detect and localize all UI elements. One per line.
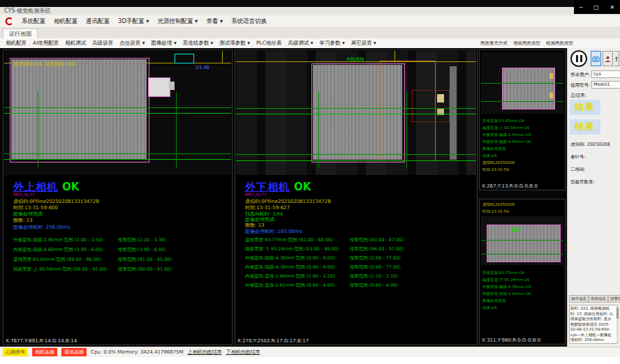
result-line-yellow: 时间:13-31-59 bbox=[482, 208, 515, 215]
heartbeat-status-badge: 心跳信号 bbox=[3, 348, 28, 356]
close-button[interactable]: ✕ bbox=[610, 4, 614, 10]
measurement-value: 内侧直线-隔膜:4.60mm 范围:(3.00 - 6.00) bbox=[13, 247, 103, 252]
menu-view[interactable]: 查看 ▾ bbox=[206, 17, 223, 26]
camera-capture-button[interactable] bbox=[591, 51, 601, 66]
alarm-range: 报警范围:(83.00 - 87.00) bbox=[350, 237, 404, 243]
menu-comm-config[interactable]: 通讯配置 bbox=[86, 17, 110, 26]
minimize-button[interactable]: ─ bbox=[580, 4, 583, 10]
result-line-yellow: 虚拟码:20250208 bbox=[482, 159, 531, 166]
left-camera-image[interactable]: 固定阈值:93, 动态阈值:100 23.46 bbox=[4, 51, 231, 175]
menu-system-config[interactable]: 系统配置 bbox=[22, 17, 45, 26]
tab-operation-info[interactable]: 操作信息 bbox=[569, 295, 589, 303]
tb-learn-params[interactable]: 学习参数 ▾ bbox=[320, 40, 345, 47]
measurement-row: 隔膜宽度-上:90.56mm 范围:(88.00 - 92.00) 报警范围:(… bbox=[13, 266, 230, 273]
mid-camera-image[interactable]: AI检测框 bbox=[236, 51, 476, 175]
measurement-value: 外侧直线-隔膜:4.38mm 范围:(0.00 - 9.00) bbox=[245, 255, 334, 261]
tab-alarm-info[interactable]: 报警信息 bbox=[608, 295, 620, 303]
small-bottom-image[interactable]: OK bbox=[481, 216, 563, 265]
toolbar: 相机配置 AI使用配置 相机调试 高级设置 点位设置 ▾ 图像处理 ▾ 基准线参… bbox=[0, 38, 620, 48]
total-result-box-2: 结果 bbox=[570, 119, 600, 135]
window-title: CYS-视觉检测系统 bbox=[4, 8, 50, 14]
small-top-camera-view[interactable]: 直线宽度:83.05mm OK 隔膜宽度-上:90.56mm OK 外侧直线-隔… bbox=[479, 50, 566, 190]
view-mode-label[interactable]: 画面显示方式 bbox=[480, 40, 508, 47]
bright-strip bbox=[450, 66, 457, 160]
titlebar[interactable]: CYS-视觉检测系统 bbox=[0, 7, 620, 15]
mes-id-line: MES_ID:?? bbox=[245, 192, 267, 197]
measurement-row: 隔膜宽度-下:95.24mm 范围:(93.00 - 98.00) 报警范围:(… bbox=[245, 246, 462, 252]
result-line: 图像处理完成 bbox=[482, 145, 531, 152]
mid-camera-view[interactable]: AI检测框 外下相机OK MES_ID:?? 虚拟码:0Ffline202502… bbox=[235, 50, 478, 345]
menu-camera-config[interactable]: 相机配置 bbox=[54, 17, 78, 26]
measurement-value: 隔膜宽度-上:90.56mm 范围:(88.00 - 92.00) bbox=[13, 266, 107, 272]
result-line: 结果:OK bbox=[482, 152, 531, 159]
pause-icon bbox=[580, 55, 582, 62]
small-top-image[interactable] bbox=[481, 52, 563, 114]
tb-image-processing[interactable]: 图像处理 ▾ bbox=[152, 40, 177, 47]
ai-box-label: AI检测框 bbox=[346, 56, 364, 63]
menu-light-config[interactable]: 光源控制配置 ▾ bbox=[157, 17, 198, 26]
virtual-barcode-value: 20250208 bbox=[587, 142, 610, 147]
menu-3d-config[interactable]: 3D手配置 ▾ bbox=[118, 17, 149, 26]
tb-advanced-debug[interactable]: 高级调试 ▾ bbox=[288, 40, 313, 47]
alarm-range: 报警范围:(2.00 - 77.00) bbox=[350, 255, 401, 261]
tab-run-screen[interactable]: 运行画面 bbox=[3, 29, 38, 38]
threshold-overlay-label: 固定阈值:93, 动态阈值:100 bbox=[14, 61, 75, 68]
result-line: 结果:OK bbox=[482, 304, 531, 311]
cursor-pixel-readout: X:7677;Y:891;R:14;G:14;B:14 bbox=[6, 338, 77, 344]
tb-camera-debug[interactable]: 相机调试 bbox=[65, 40, 86, 47]
bottom-margin bbox=[0, 357, 620, 364]
arrow-up-icon bbox=[614, 55, 619, 63]
tab-defect-info[interactable]: 瑕疵信息 bbox=[589, 295, 608, 303]
maximize-button[interactable]: □ bbox=[593, 4, 599, 10]
tb-baseline-params[interactable]: 基准线参数 ▾ bbox=[183, 40, 214, 47]
measurement-row: 外侧直线-直线:2.61mm 范围:(0.60 - 4.00) 报警范围:(0.… bbox=[245, 282, 462, 289]
tb-ai-config[interactable]: AI使用配置 bbox=[33, 40, 59, 47]
green-line bbox=[481, 240, 563, 241]
tb-camera-config[interactable]: 相机配置 bbox=[6, 40, 27, 47]
login-user-value[interactable]: cys bbox=[591, 70, 620, 78]
measurement-value: 内侧直线-隔膜:4.38mm 范围:(0.00 - 9.00) bbox=[245, 264, 334, 270]
log-scrollbar-thumb[interactable] bbox=[617, 308, 619, 319]
cpu-memory-readout: Cpu: 0.0% Memory: 3424.41796875M bbox=[91, 349, 184, 355]
user-button[interactable] bbox=[603, 51, 613, 66]
measurement-row: 外侧直线-隔膜:2.95mm 范围:(2.00 - 3.50) 报警范围:(2.… bbox=[13, 237, 230, 243]
detect-view-label[interactable]: 检测画面类型 bbox=[546, 40, 573, 47]
measurement-row: 直线宽度:83.77mm 范围:(82.00 - 88.00) 报警范围:(83… bbox=[245, 237, 462, 243]
measurement-row: 内侧直线-隔膜:4.38mm 范围:(0.00 - 9.00) 报警范围:(2.… bbox=[245, 264, 462, 271]
log-scrollbar[interactable] bbox=[617, 306, 619, 342]
connector-tip bbox=[169, 82, 175, 90]
green-line-vertical bbox=[176, 91, 177, 168]
virtual-barcode-row: 虚拟码: 20250208 bbox=[570, 142, 610, 148]
green-line bbox=[481, 83, 563, 84]
green-line-vertical bbox=[406, 91, 407, 168]
measurement-row: 内侧直线-直线:1.90mm 范围:(1.00 - 2.20) 报警范围:(1.… bbox=[245, 273, 462, 280]
left-camera-view[interactable]: 固定阈值:93, 动态阈值:100 23.46 外上相机OK MES_ID:??… bbox=[3, 50, 232, 345]
tb-plc-table[interactable]: PLC地址表 bbox=[256, 40, 281, 47]
tb-other-settings[interactable]: 其它设置 ▾ bbox=[351, 40, 376, 47]
small-top-result-lines: 直线宽度:83.05mm OK 隔膜宽度-上:90.56mm OK 外侧直线-隔… bbox=[482, 117, 531, 173]
total-result-box-1: 结果 bbox=[570, 100, 600, 115]
tb-test-params[interactable]: 测试项参数 ▾ bbox=[219, 40, 250, 47]
model-value[interactable]: Model1 bbox=[591, 81, 620, 89]
upper-camera-result-link[interactable]: 上相机拍图结果 bbox=[188, 349, 222, 356]
view-mode-labels: 画面显示方式 瑕疵画面类型 检测画面类型 bbox=[480, 38, 573, 48]
lower-camera-result-link[interactable]: 下相机拍图结果 bbox=[226, 349, 260, 356]
result-line: 隔膜宽度-下:95.24mm OK bbox=[482, 276, 531, 283]
pause-button[interactable] bbox=[570, 50, 587, 67]
menu-language-switch[interactable]: 系统语言切换 bbox=[231, 17, 267, 26]
tb-point-settings[interactable]: 点位设置 ▾ bbox=[119, 40, 145, 47]
tb-advanced-settings[interactable]: 高级设置 bbox=[92, 40, 113, 47]
cyan-marker-rect bbox=[175, 54, 194, 63]
upload-button[interactable] bbox=[614, 51, 619, 66]
green-line-vertical bbox=[318, 91, 319, 168]
alarm-range: 报警范围:(3.00 - 6.00) bbox=[118, 247, 166, 253]
ok-overlay-label: OK bbox=[512, 227, 519, 233]
log-output[interactable]: 耗时: 222, 瑕疵检测耗时: 17, 瑕疵分类耗时: 0, 瑕疵提取分区耗时… bbox=[569, 305, 618, 344]
small-bottom-camera-view[interactable]: 虚拟码:20250208 时间:13-31-59 OK 直线宽度:83.77mm… bbox=[479, 199, 566, 344]
alarm-range: 报警范围:(2.20 - 3.30) bbox=[118, 237, 166, 243]
cursor-pixel-readout: X:267;Y:13;R:0;G:0;B:0 bbox=[482, 183, 538, 189]
tab-strip: 运行画面 bbox=[0, 28, 620, 39]
defect-view-label[interactable]: 瑕疵画面类型 bbox=[513, 40, 540, 47]
measurement-row: 直线宽度:83.05mm 范围:(80.00 - 86.00) 报警范围:(81… bbox=[13, 257, 230, 263]
tab-count-label: 负极耳数量: bbox=[570, 179, 595, 185]
